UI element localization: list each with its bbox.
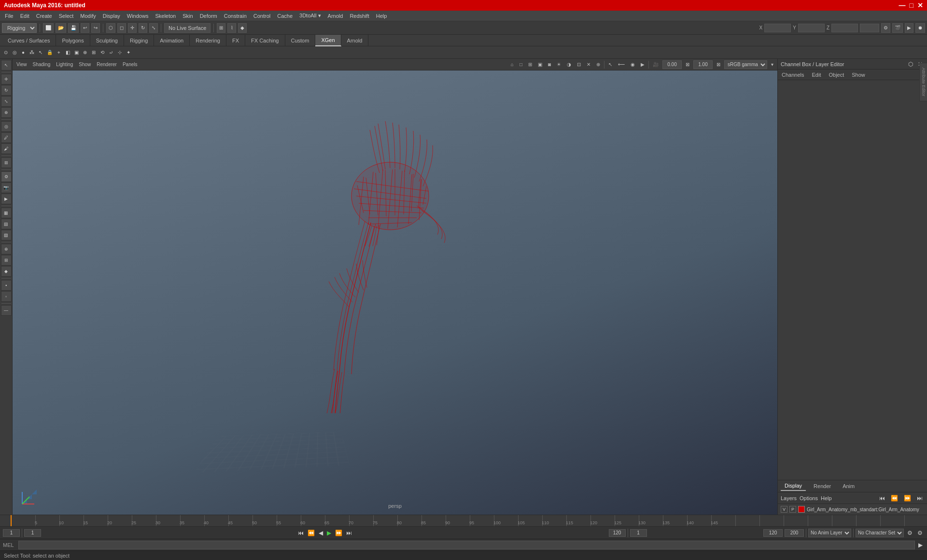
- vp-menu-shading[interactable]: Shading: [31, 60, 53, 70]
- options-label[interactable]: Options: [800, 495, 818, 501]
- menu-arnold[interactable]: Arnold: [325, 12, 346, 20]
- vp-menu-panels[interactable]: Panels: [121, 60, 140, 70]
- vp-camera-btn[interactable]: □: [518, 60, 524, 70]
- camera-btn[interactable]: 📷: [1, 182, 12, 193]
- vp-select-btn[interactable]: ↖: [606, 60, 614, 70]
- move-mode-btn[interactable]: ✛: [1, 74, 12, 84]
- no-live-surface-button[interactable]: No Live Surface: [164, 23, 211, 33]
- z-coord-input[interactable]: [831, 24, 858, 32]
- cb-tab-show[interactable]: Show: [850, 71, 867, 79]
- layer-visibility-v[interactable]: V: [781, 506, 787, 513]
- layer3-btn[interactable]: ▧: [1, 230, 12, 240]
- xgen-scatter-btn[interactable]: ⁂: [28, 47, 36, 58]
- menu-file[interactable]: File: [2, 12, 16, 20]
- select-tool[interactable]: ⬡: [106, 23, 115, 33]
- rotate-mode-btn[interactable]: ↻: [1, 85, 12, 96]
- vp-layout-btn[interactable]: ⊞: [526, 60, 534, 70]
- soft-select-btn[interactable]: ◎: [1, 121, 12, 132]
- layer-visibility-p[interactable]: P: [789, 506, 796, 513]
- mel-run-btn[interactable]: ▶: [917, 541, 924, 549]
- xgen-sphere-btn[interactable]: ●: [19, 47, 27, 58]
- vp-light-btn[interactable]: ☀: [555, 60, 563, 70]
- frame-end-input[interactable]: [609, 529, 626, 537]
- xgen-grid-btn[interactable]: ⊞: [90, 47, 98, 58]
- vp-gamma-input[interactable]: [693, 60, 713, 69]
- xgen-home-btn[interactable]: ⊙: [2, 47, 10, 58]
- rotate-tool[interactable]: ↻: [139, 23, 147, 33]
- step-fwd-btn[interactable]: ⏩: [334, 529, 344, 537]
- window-controls[interactable]: — □ ✕: [899, 1, 923, 9]
- render-mini-btn[interactable]: ▶: [1, 194, 12, 204]
- tab-rendering[interactable]: Rendering: [190, 35, 226, 46]
- vp-plus-btn[interactable]: ⊕: [594, 60, 602, 70]
- menu-skeleton[interactable]: Skeleton: [152, 12, 179, 20]
- tab-curves-surfaces[interactable]: Curves / Surfaces: [2, 35, 56, 46]
- vp-render2-btn[interactable]: ▶: [639, 60, 646, 70]
- layer2-btn[interactable]: ▤: [1, 219, 12, 229]
- extra-btn1[interactable]: ▪: [1, 280, 12, 291]
- vp-home-btn[interactable]: ⌂: [509, 60, 516, 70]
- play-btn[interactable]: ▶: [325, 529, 333, 537]
- universal-manip-btn[interactable]: ⊕: [1, 107, 12, 118]
- tab-fx-caching[interactable]: FX Caching: [245, 35, 285, 46]
- tab-custom[interactable]: Custom: [285, 35, 316, 46]
- snap-grid[interactable]: ⊞: [217, 23, 225, 33]
- show-manipulator-btn[interactable]: ⊞: [1, 157, 12, 168]
- layer-prev2-btn[interactable]: ⏪: [889, 494, 899, 502]
- extra-btn2[interactable]: ▫: [1, 291, 12, 302]
- timeline-area[interactable]: 5 10 15 20 25 30 35 40 45 50 55 60 65 70: [0, 515, 927, 526]
- menu-select[interactable]: Select: [56, 12, 77, 20]
- new-scene-button[interactable]: ⬜: [43, 23, 54, 33]
- select-mode-btn[interactable]: ↖: [1, 60, 12, 70]
- menu-display[interactable]: Display: [100, 12, 123, 20]
- vp-menu-view[interactable]: View: [14, 60, 29, 70]
- char-set-btn1[interactable]: ⚙: [906, 529, 914, 537]
- bottom-tool-btn[interactable]: —: [1, 305, 12, 316]
- menu-3dtoall[interactable]: 3DtoAll ▾: [296, 12, 324, 20]
- ipr-button[interactable]: ▶: [905, 23, 913, 33]
- more-tools-btn[interactable]: ⊕: [1, 244, 12, 254]
- cb-tab-edit[interactable]: Edit: [810, 71, 823, 79]
- cb-tab-channels[interactable]: Channels: [780, 71, 806, 79]
- vp-menu-show[interactable]: Show: [77, 60, 93, 70]
- xgen-guide-btn[interactable]: ⌖: [55, 47, 63, 58]
- layers-label[interactable]: Layers: [781, 495, 797, 501]
- vp-iso-btn[interactable]: ⊡: [575, 60, 583, 70]
- save-scene-button[interactable]: 💾: [68, 23, 79, 33]
- vp-snap-btn[interactable]: ✕: [585, 60, 592, 70]
- gamma-selector[interactable]: sRGB gamma: [724, 60, 767, 69]
- cb-tab-object[interactable]: Object: [827, 71, 846, 79]
- bp-tab-display[interactable]: Display: [781, 481, 806, 491]
- maximize-button[interactable]: □: [910, 1, 913, 9]
- 3d-viewport[interactable]: persp: [13, 70, 777, 515]
- menu-deform[interactable]: Deform: [197, 12, 220, 20]
- range-120-input[interactable]: [763, 529, 783, 537]
- undo-button[interactable]: ↩: [81, 23, 89, 33]
- render-settings-button[interactable]: ⚙: [881, 23, 890, 33]
- vp-exposure-reset-btn[interactable]: ⊠: [684, 60, 691, 70]
- scale-mode-btn[interactable]: ⤡: [1, 96, 12, 107]
- frame-display-input[interactable]: [630, 529, 647, 537]
- vp-smooth-btn[interactable]: ◙: [546, 60, 553, 70]
- menu-control[interactable]: Control: [251, 12, 273, 20]
- xgen-lock-btn[interactable]: 🔒: [45, 47, 54, 58]
- layer-prev-btn[interactable]: ⏮: [878, 494, 886, 502]
- cb-float-btn[interactable]: ⬡: [907, 60, 914, 68]
- go-to-start-btn[interactable]: ⏮: [296, 529, 305, 537]
- move-tool[interactable]: ✛: [128, 23, 137, 33]
- util-btn[interactable]: ◆: [1, 266, 12, 277]
- xgen-warp-btn[interactable]: ⤾: [107, 47, 115, 58]
- xgen-eye-btn[interactable]: ◎: [11, 47, 18, 58]
- render-view-button[interactable]: 🎬: [892, 23, 903, 33]
- artisan-btn[interactable]: 🖌: [1, 143, 12, 154]
- lasso-select[interactable]: ◻: [117, 23, 126, 33]
- vp-camera-anim-btn[interactable]: 🎥: [651, 60, 660, 70]
- play-back-btn[interactable]: ◀: [317, 529, 324, 537]
- vp-gamma-reset-btn[interactable]: ⊠: [715, 60, 722, 70]
- layer-next-btn[interactable]: ⏩: [902, 494, 913, 502]
- xgen-transform-btn[interactable]: ⊹: [116, 47, 124, 58]
- minimize-button[interactable]: —: [899, 1, 906, 9]
- menu-constrain[interactable]: Constrain: [221, 12, 250, 20]
- bp-tab-render[interactable]: Render: [810, 482, 835, 490]
- paint-btn[interactable]: 🖊: [1, 132, 12, 143]
